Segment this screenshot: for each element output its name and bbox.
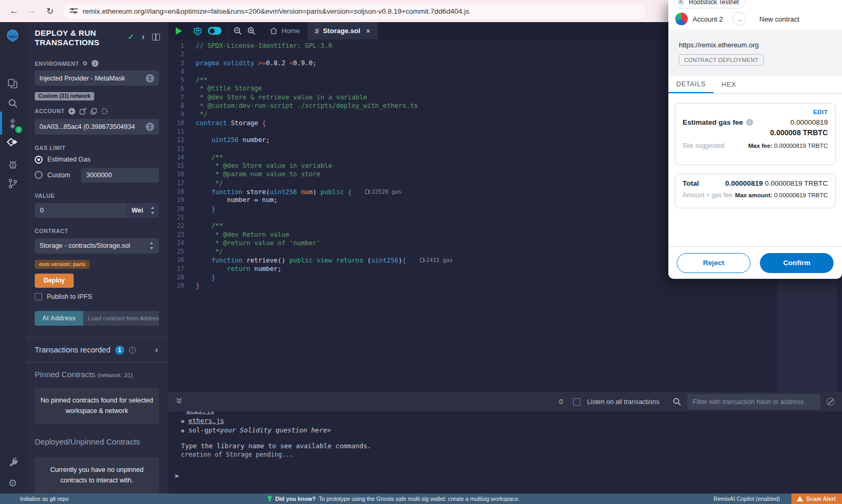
listen-all-checkbox[interactable] [573,398,580,406]
gas-info-icon[interactable] [746,119,753,126]
gas-estimate-badge: 22520 gas [365,187,402,196]
tab-home[interactable]: Home [263,22,307,39]
origin-url: https://remix.ethereum.org [679,41,842,49]
plugin-manager-icon[interactable] [0,451,25,472]
reject-button[interactable]: Reject [677,253,750,273]
transactions-recorded-row[interactable]: Transactions recorded 1 [35,338,159,362]
ai-copilot-icon[interactable] [189,22,205,39]
gas-fee-card: EDIT Estimated gas fee 0.00000819 0.0000… [675,103,836,165]
back-icon[interactable]: ← [5,2,23,20]
copy-account-icon[interactable] [91,108,97,115]
url-bar[interactable]: remix.ethereum.org/#lang=en&optimize=fal… [63,4,645,19]
terminal-line-clipped[interactable]: web3.js [181,411,835,416]
pinned-contracts-title: Pinned Contracts (network: 31) [35,370,159,379]
terminal-filter-input[interactable]: Filter with transaction hash or address [687,394,820,409]
transactions-count-badge: 1 [115,346,124,355]
collapse-terminal-icon[interactable] [176,397,183,407]
zoom-in-icon[interactable] [245,22,258,39]
transactions-info-icon[interactable] [129,347,136,354]
metamask-popup: R Rootstock Testnet Account 2 New contra… [668,0,842,279]
scam-alert-badge[interactable]: Scam Alert [791,493,842,504]
value-unit-select[interactable]: Wei [126,203,159,218]
gas-estimate-badge: 2415 gas [420,256,453,264]
deploy-run-icon[interactable] [0,133,25,154]
copilot-toggle[interactable] [205,22,224,39]
account-name: Account 2 [693,15,723,23]
at-address-input[interactable]: Load contract from Addres [83,311,159,326]
arrow-right-icon [733,12,746,26]
account-label: ACCOUNT [35,108,159,115]
custom-gas-radio[interactable]: Custom 3000000 [35,168,159,183]
network-initial-icon: R [677,0,685,6]
at-address-button[interactable]: At Address [35,311,83,326]
run-script-icon[interactable] [168,22,189,39]
file-explorer-icon[interactable] [0,73,25,94]
origin-section: https://remix.ethereum.org CONTRACT DEPL… [668,31,842,76]
compiled-check-icon [128,32,135,42]
pinned-empty-message: No pinned contracts found for selected w… [35,388,159,424]
edit-gas-link[interactable]: EDIT [683,109,828,115]
network-pill[interactable]: R Rootstock Testnet [674,0,746,8]
solidity-compiler-icon[interactable] [0,113,25,134]
account-select[interactable]: 0xA03...85ac4 (0.398673504934 [35,119,159,135]
deploy-button[interactable]: Deploy [35,274,74,288]
git-icon[interactable] [0,173,25,194]
settings-gear-icon[interactable]: ⚙ [0,472,25,493]
solidity-file-icon: S [314,27,319,35]
account-row: Account 2 New contract [668,8,842,30]
contract-label: CONTRACT [35,228,159,234]
lightbulb-icon [267,496,272,502]
tab-details[interactable]: DETAILS [668,76,714,93]
edit-account-icon[interactable] [79,108,86,115]
total-card: Total 0.00000819 0.00000819 TRBTC Amount… [675,174,836,208]
refresh-spinner-icon[interactable] [101,108,108,115]
fuel-icon [365,189,369,194]
publish-ipfs-checkbox[interactable]: Publish to IPFS [35,293,159,300]
deploy-run-panel: DEPLOY & RUN TRANSACTIONS ENVIRONMENT ⎊ … [25,22,168,493]
estimated-gas-radio[interactable]: Estimated Gas [35,156,159,164]
copilot-status[interactable]: RemixAI Copilot (enabled) [714,496,780,502]
environment-select[interactable]: Injected Provider - MetaMask [35,70,159,86]
status-bar: Initialize as git repo Did you know? To … [0,493,842,504]
gas-fee-value: 0.00000819 [790,118,828,126]
contract-select[interactable]: Storage - contracts/Storage.sol [35,238,159,254]
terminal-search-icon[interactable] [673,398,681,406]
confirm-button[interactable]: Confirm [760,253,834,273]
listen-all-label: Listen on all transactions [587,398,659,406]
clear-console-icon[interactable] [827,398,835,406]
close-tab-icon[interactable] [366,27,370,35]
terminal-toolbar: 0 Listen on all transactions Filter with… [168,392,842,411]
popup-footer: Reject Confirm [668,246,842,279]
tab-storage-sol[interactable]: S Storage.sol [307,22,378,39]
remix-logo-icon[interactable] [0,25,25,46]
environment-info-icon[interactable] [92,60,98,67]
search-icon[interactable] [0,93,25,114]
did-you-know-label: Did you know? [275,496,316,502]
value-label: VALUE [35,193,159,199]
custom-gas-input[interactable]: 3000000 [81,168,159,183]
tab-hex[interactable]: HEX [714,76,744,93]
site-settings-icon[interactable] [69,7,78,15]
terminal-link-ethers[interactable]: ●ethers.js [181,416,835,426]
fuel-icon [420,258,424,263]
git-init-status[interactable]: Initialize as git repo [20,496,68,502]
gas-fee-crypto: 0.000008 TRBTC [683,128,828,137]
forward-icon[interactable]: → [23,2,41,20]
value-input[interactable]: 0 [35,203,126,218]
transaction-count: 0 [559,398,563,406]
terminal-output: web3.js ●ethers.js ●sol-gpt <your Solidi… [168,411,842,493]
panel-title: DEPLOY & RUN TRANSACTIONS [35,28,124,47]
warning-icon [797,496,803,501]
debugger-icon[interactable] [0,154,25,175]
reload-icon[interactable]: ↻ [41,2,59,20]
amount-gas-label: Amount + gas fee [683,191,732,199]
expand-transactions-icon[interactable] [155,345,158,355]
pin-panel-icon[interactable] [152,34,160,41]
collapse-panel-icon[interactable] [142,32,145,42]
add-account-icon[interactable] [68,108,75,115]
zoom-out-icon[interactable] [231,22,245,39]
home-icon [270,27,277,34]
site-suggested-label: Site suggested [683,142,724,149]
url-text: remix.ethereum.org/#lang=en&optimize=fal… [83,7,469,15]
terminal-prompt[interactable]: > [175,472,179,480]
